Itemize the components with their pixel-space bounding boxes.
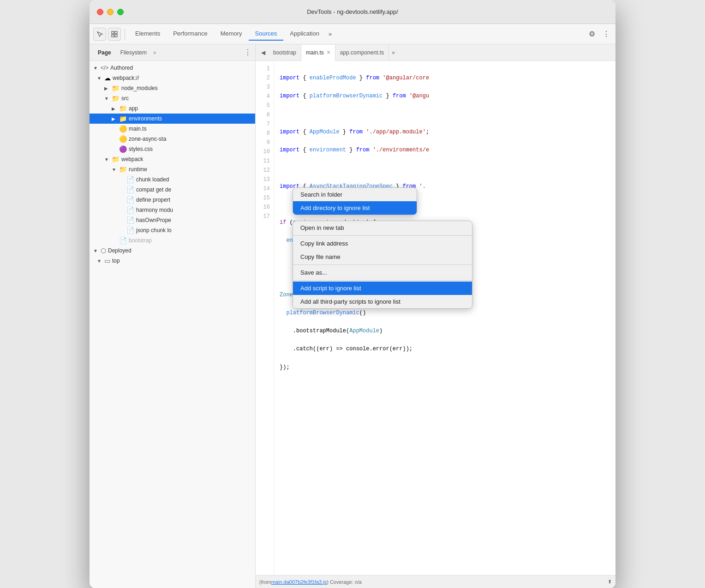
file-js-icon: 📄 (126, 216, 134, 224)
sidebar-tab-page[interactable]: Page (93, 48, 116, 58)
code-icon: </> (101, 65, 108, 71)
tree-item-define-prop[interactable]: 📄 define propert (90, 195, 255, 205)
chunk-loaded-label: chunk loaded (136, 176, 169, 183)
context-menu-item-copy-link[interactable]: Copy link address (293, 237, 472, 250)
editor-tab-main-ts[interactable]: main.ts ✕ (301, 45, 335, 61)
editor-tabs: ◀ bootstrap main.ts ✕ app.component.ts » (256, 44, 615, 61)
folder-icon: 📁 (112, 95, 119, 102)
tab-application[interactable]: Application (283, 27, 326, 41)
devtools-window: DevTools - ng-devtools.netlify.app/ Elem… (90, 0, 615, 588)
cube-icon: ⬡ (101, 247, 106, 254)
main-ts-label: main.ts (129, 126, 147, 132)
styles-css-label: styles.css (129, 146, 153, 152)
tree-arrow: ▼ (93, 66, 101, 71)
tree-item-top[interactable]: ▼ ▭ top (90, 256, 255, 266)
tree-item-runtime[interactable]: ▼ 📁 runtime (90, 164, 255, 174)
status-right: ⬆ (608, 579, 612, 585)
compat-get-label: compat get de (136, 186, 171, 193)
editor-tab-app-component[interactable]: app.component.ts (335, 44, 389, 60)
more-tabs-button[interactable]: » (326, 29, 335, 39)
tree-item-authored[interactable]: ▼ </> Authored (90, 63, 255, 73)
file-ts-icon: 🟡 (119, 125, 127, 132)
minimize-button[interactable] (107, 9, 114, 15)
file-js-light-icon: 📄 (119, 237, 127, 244)
sidebar-tab-filesystem[interactable]: Filesystem (116, 48, 151, 58)
editor-back-nav[interactable]: ◀ (257, 49, 269, 56)
tree-item-webpack[interactable]: ▼ ☁ webpack:// (90, 73, 255, 83)
context-menu-item-save-as[interactable]: Save as... (293, 266, 472, 279)
context-menu-item-add-script[interactable]: Add script to ignore list (293, 282, 472, 295)
context-menu-separator-2 (293, 264, 472, 265)
tree-item-compat-get[interactable]: 📄 compat get de (90, 185, 255, 195)
close-tab-button[interactable]: ✕ (327, 50, 330, 55)
inspect-icon (111, 31, 118, 37)
tab-sources[interactable]: Sources (249, 27, 284, 41)
jsonp-chunk-label: jsonp chunk lo (136, 227, 172, 234)
tree-item-node-modules[interactable]: ▶ 📁 node_modules (90, 83, 255, 93)
scroll-to-top-icon[interactable]: ⬆ (608, 579, 612, 585)
main-content: Page Filesystem » ⋮ ▼ </> Authored ▼ ☁ (90, 44, 615, 588)
code-content: import { enableProdMode } from '@angular… (274, 61, 615, 575)
folder-icon: 📁 (119, 166, 127, 173)
define-prop-label: define propert (136, 197, 170, 203)
bootstrap-file-label: bootstrap (129, 237, 152, 244)
status-suffix: ) Coverage: n/a (327, 579, 362, 585)
settings-icon[interactable]: ⚙ (587, 28, 597, 40)
context-menu-wrapper: Search in folder Add directory to ignore… (293, 187, 472, 309)
tree-item-deployed[interactable]: ▼ ⬡ Deployed (90, 246, 255, 256)
context-menu-item-open-new-tab[interactable]: Open in new tab (293, 221, 472, 234)
context-menu-item-add-directory[interactable]: Add directory to ignore list (293, 201, 417, 215)
tree-item-zone-async[interactable]: 🟡 zone-async-sta (90, 134, 255, 144)
main-ts-tab-label: main.ts (306, 49, 324, 56)
zone-async-label: zone-async-sta (129, 136, 166, 142)
tree-item-src[interactable]: ▼ 📁 src (90, 93, 255, 103)
tree-arrow: ▼ (112, 167, 119, 172)
tree-item-has-own-prop[interactable]: 📄 hasOwnPrope (90, 215, 255, 225)
context-menu-separator-3 (293, 280, 472, 281)
folder-icon: 📁 (112, 84, 119, 92)
tree-arrow: ▼ (97, 258, 104, 264)
editor-tab-bootstrap[interactable]: bootstrap (269, 44, 301, 60)
close-button[interactable] (97, 9, 103, 15)
file-tree: ▼ </> Authored ▼ ☁ webpack:// ▶ 📁 node_m… (90, 61, 255, 588)
tree-item-main-ts[interactable]: 🟡 main.ts (90, 124, 255, 134)
svg-rect-2 (112, 35, 114, 37)
deployed-label: Deployed (108, 247, 131, 254)
title-bar: DevTools - ng-devtools.netlify.app/ (90, 0, 615, 24)
tree-item-bootstrap-file[interactable]: 📄 bootstrap (90, 235, 255, 246)
tree-item-harmony-mod[interactable]: 📄 harmony modu (90, 205, 255, 215)
tree-item-jsonp-chunk[interactable]: 📄 jsonp chunk lo (90, 225, 255, 235)
toolbar-divider (125, 29, 125, 40)
cursor-tool-button[interactable] (93, 28, 106, 41)
status-link[interactable]: main.da007b2fe3f1fa3.js (271, 579, 327, 585)
tree-item-webpack2[interactable]: ▼ 📁 webpack (90, 154, 255, 164)
folder-icon: 📁 (112, 156, 119, 163)
context-menu-top: Search in folder Add directory to ignore… (293, 187, 417, 215)
tree-arrow: ▶ (104, 86, 112, 91)
tab-memory[interactable]: Memory (214, 27, 249, 41)
environments-label: environments (129, 115, 162, 122)
code-editor[interactable]: 1 2 3 4 5 6 7 8 9 10 11 12 13 14 15 16 1 (256, 61, 615, 575)
context-menu-item-add-all-third-party[interactable]: Add all third-party scripts to ignore li… (293, 295, 472, 308)
tree-item-chunk-loaded[interactable]: 📄 chunk loaded (90, 174, 255, 185)
tree-item-styles-css[interactable]: 🟣 styles.css (90, 144, 255, 154)
tree-arrow: ▼ (93, 248, 101, 253)
file-ts-icon: 🟡 (119, 135, 127, 143)
inspect-tool-button[interactable] (108, 28, 121, 41)
more-options-icon[interactable]: ⋮ (601, 28, 612, 40)
context-menu-item-copy-file-name[interactable]: Copy file name (293, 250, 472, 264)
maximize-button[interactable] (117, 9, 124, 15)
tree-item-app[interactable]: ▶ 📁 app (90, 103, 255, 114)
editor-more-tabs[interactable]: » (389, 49, 398, 56)
app-label: app (129, 105, 138, 112)
cursor-icon (96, 31, 103, 37)
tab-elements[interactable]: Elements (129, 27, 167, 41)
webpack2-label: webpack (121, 156, 143, 162)
tree-item-environments[interactable]: ▶ 📁 environments (90, 114, 255, 124)
status-bar: (from main.da007b2fe3f1fa3.js ) Coverage… (256, 575, 615, 588)
has-own-prop-label: hasOwnPrope (136, 217, 171, 223)
sidebar-dots-button[interactable]: ⋮ (244, 49, 251, 56)
sidebar-more-tabs[interactable]: » (153, 49, 156, 56)
tab-performance[interactable]: Performance (167, 27, 214, 41)
context-menu-item-search-in-folder[interactable]: Search in folder (293, 188, 417, 201)
